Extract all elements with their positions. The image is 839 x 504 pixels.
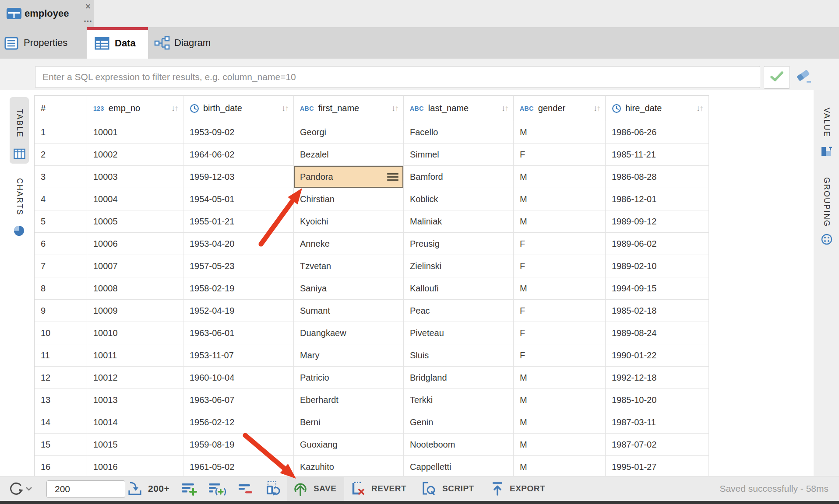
header-cell-rownum[interactable]: # <box>35 96 87 121</box>
header-cell-birth_date[interactable]: birth_date↓↑ <box>183 96 294 121</box>
grid-cell[interactable]: 10003 <box>87 166 183 188</box>
tab-diagram[interactable]: Diagram <box>148 27 229 59</box>
save-button[interactable]: SAVE <box>293 476 336 501</box>
grid-cell[interactable]: Kalloufi <box>404 277 514 299</box>
grid-cell[interactable]: Facello <box>404 121 514 143</box>
add-row-button[interactable] <box>181 476 197 501</box>
grid-cell[interactable]: 1992-12-18 <box>606 367 709 388</box>
grid-cell[interactable]: 1990-01-22 <box>606 344 709 366</box>
row-number-cell[interactable]: 5 <box>35 210 87 232</box>
grid-cell[interactable]: Guoxiang <box>294 434 404 455</box>
grid-cell[interactable]: Bamford <box>404 166 514 188</box>
grid-cell[interactable]: 10005 <box>87 210 183 232</box>
grid-cell[interactable]: 1961-05-02 <box>183 456 294 478</box>
grid-cell[interactable]: 10009 <box>87 300 183 322</box>
grid-cell[interactable]: Bezalel <box>294 144 404 165</box>
grid-cell[interactable]: Tzvetan <box>294 255 404 277</box>
row-number-cell[interactable]: 12 <box>35 367 87 388</box>
selected-cell[interactable]: Pandora <box>294 166 404 188</box>
grid-cell[interactable]: M <box>514 367 606 388</box>
grid-cell[interactable]: 1953-11-07 <box>183 344 294 366</box>
grid-cell[interactable]: Peac <box>404 300 514 322</box>
grid-cell[interactable]: M <box>514 188 606 210</box>
grid-cell[interactable]: Duangkaew <box>294 322 404 344</box>
grid-cell[interactable]: 10015 <box>87 434 183 455</box>
grid-cell[interactable]: 1953-04-20 <box>183 233 294 255</box>
grid-cell[interactable]: 1952-04-19 <box>183 300 294 322</box>
grouping-icon[interactable] <box>821 234 832 247</box>
grid-cell[interactable]: 1989-02-10 <box>606 255 709 277</box>
row-number-cell[interactable]: 3 <box>35 166 87 188</box>
grid-cell[interactable]: 10013 <box>87 389 183 411</box>
grid-cell[interactable]: 10002 <box>87 144 183 165</box>
grid-cell[interactable]: M <box>514 456 606 478</box>
row-number-cell[interactable]: 10 <box>35 322 87 344</box>
grid-cell[interactable]: Piveteau <box>404 322 514 344</box>
row-number-cell[interactable]: 16 <box>35 456 87 478</box>
grid-cell[interactable]: 1986-08-28 <box>606 166 709 188</box>
tab-properties[interactable]: Properties <box>0 27 87 59</box>
delete-row-button[interactable] <box>238 476 254 501</box>
grid-cell[interactable]: Patricio <box>294 367 404 388</box>
grid-cell[interactable]: 10004 <box>87 188 183 210</box>
grid-cell[interactable]: 1963-06-07 <box>183 389 294 411</box>
grid-cell[interactable]: 1986-06-26 <box>606 121 709 143</box>
grid-cell[interactable]: Chirstian <box>294 188 404 210</box>
grid-cell[interactable]: M <box>514 210 606 232</box>
grid-cell[interactable]: 10016 <box>87 456 183 478</box>
refresh-row-button[interactable] <box>264 476 281 501</box>
row-number-cell[interactable]: 7 <box>35 255 87 277</box>
grid-cell[interactable]: Sluis <box>404 344 514 366</box>
sql-filter-input[interactable] <box>35 66 760 88</box>
grid-cell[interactable]: 1989-09-12 <box>606 210 709 232</box>
grid-cell[interactable]: 1987-03-11 <box>606 411 709 433</box>
row-number-cell[interactable]: 14 <box>35 411 87 433</box>
row-number-cell[interactable]: 15 <box>35 434 87 455</box>
grid-cell[interactable]: Mary <box>294 344 404 366</box>
grid-cell[interactable]: Nooteboom <box>404 434 514 455</box>
tab-overflow-icon[interactable]: ... <box>82 16 94 24</box>
grid-cell[interactable]: Berni <box>294 411 404 433</box>
grid-cell[interactable]: Saniya <box>294 277 404 299</box>
grid-cell[interactable]: Cappelletti <box>404 456 514 478</box>
grid-cell[interactable]: Anneke <box>294 233 404 255</box>
grid-cell[interactable]: 10006 <box>87 233 183 255</box>
grid-cell[interactable]: 1960-10-04 <box>183 367 294 388</box>
row-number-cell[interactable]: 1 <box>35 121 87 143</box>
grid-cell[interactable]: F <box>514 144 606 165</box>
row-number-cell[interactable]: 9 <box>35 300 87 322</box>
duplicate-row-button[interactable] <box>208 476 226 501</box>
value-panel-icon[interactable] <box>821 145 833 159</box>
grid-cell[interactable]: M <box>514 389 606 411</box>
grid-cell[interactable]: Sumant <box>294 300 404 322</box>
grid-cell[interactable]: 1989-08-24 <box>606 322 709 344</box>
grid-cell[interactable]: 10010 <box>87 322 183 344</box>
header-cell-gender[interactable]: ABCgender↓↑ <box>514 96 606 121</box>
grid-cell[interactable]: F <box>514 300 606 322</box>
grid-cell[interactable]: Bridgland <box>404 367 514 388</box>
grid-cell[interactable]: F <box>514 322 606 344</box>
header-cell-first_name[interactable]: ABCfirst_name↓↑ <box>294 96 404 121</box>
header-cell-emp_no[interactable]: 123emp_no↓↑ <box>87 96 183 121</box>
grid-cell[interactable]: 1955-01-21 <box>183 210 294 232</box>
grid-cell[interactable]: 1987-07-02 <box>606 434 709 455</box>
row-number-cell[interactable]: 13 <box>35 389 87 411</box>
grid-cell[interactable]: Kazuhito <box>294 456 404 478</box>
refresh-button[interactable] <box>8 476 25 501</box>
grid-cell[interactable]: M <box>514 121 606 143</box>
editor-tab-employee[interactable]: employee × ... <box>0 0 94 27</box>
grid-cell[interactable]: 1956-02-12 <box>183 411 294 433</box>
grid-cell[interactable]: 1989-06-02 <box>606 233 709 255</box>
grid-cell[interactable]: 1985-11-21 <box>606 144 709 165</box>
grid-cell[interactable]: 1954-05-01 <box>183 188 294 210</box>
refresh-dropdown-chevron[interactable] <box>25 476 32 501</box>
export-button[interactable]: EXPORT <box>490 476 545 501</box>
grid-cell[interactable]: 1995-01-27 <box>606 456 709 478</box>
grid-cell[interactable]: 1986-12-01 <box>606 188 709 210</box>
row-number-cell[interactable]: 8 <box>35 277 87 299</box>
script-button[interactable]: SCRIPT <box>420 476 474 501</box>
grid-cell[interactable]: 1959-08-19 <box>183 434 294 455</box>
header-cell-last_name[interactable]: ABClast_name↓↑ <box>404 96 514 121</box>
grid-cell[interactable]: Georgi <box>294 121 404 143</box>
cell-menu-icon[interactable] <box>387 173 398 181</box>
